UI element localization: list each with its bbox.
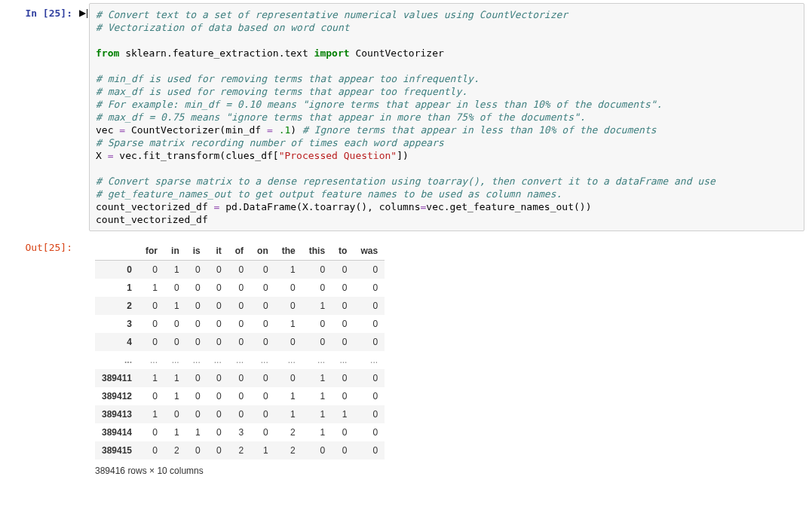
table-cell: 3 xyxy=(228,423,250,441)
table-cell: 1 xyxy=(275,387,302,405)
table-cell: 0 xyxy=(250,387,275,405)
table-cell: 0 xyxy=(186,279,207,297)
table-cell: 1 xyxy=(302,369,332,387)
table-cell: ... xyxy=(275,351,302,369)
table-cell: 0 xyxy=(332,279,354,297)
table-cell: 0 xyxy=(186,315,207,333)
table-cell: 1 xyxy=(275,261,302,279)
column-header: on xyxy=(250,242,275,261)
table-header-row: forinisitofonthethistowas xyxy=(95,242,385,261)
table-cell: 0 xyxy=(302,333,332,351)
table-cell: 0 xyxy=(186,405,207,423)
row-index: 389413 xyxy=(95,405,139,423)
table-cell: 0 xyxy=(139,387,164,405)
table-cell: 1 xyxy=(164,369,186,387)
output-area: forinisitofonthethistowas 00100001000110… xyxy=(89,237,804,476)
column-header: is xyxy=(186,242,207,261)
row-index: 389414 xyxy=(95,423,139,441)
table-cell: ... xyxy=(354,351,385,369)
table-cell: 0 xyxy=(228,405,250,423)
table-cell: ... xyxy=(250,351,275,369)
table-cell: 0 xyxy=(228,387,250,405)
row-index: 3 xyxy=(95,315,139,333)
run-cell-icon[interactable]: ▶| xyxy=(78,3,89,18)
table-cell: 0 xyxy=(228,297,250,315)
table-cell: 0 xyxy=(186,261,207,279)
table-row: 00100001000 xyxy=(95,261,385,279)
table-cell: 0 xyxy=(354,423,385,441)
table-cell: 0 xyxy=(354,315,385,333)
table-cell: 1 xyxy=(164,423,186,441)
table-cell: 0 xyxy=(302,315,332,333)
column-header: for xyxy=(139,242,164,261)
table-row: 3894120100001100 xyxy=(95,387,385,405)
table-cell: 0 xyxy=(139,261,164,279)
table-cell: 1 xyxy=(139,279,164,297)
table-cell: 0 xyxy=(207,423,228,441)
table-cell: 0 xyxy=(250,279,275,297)
table-cell: 1 xyxy=(164,387,186,405)
column-header: this xyxy=(302,242,332,261)
table-row: 3894150200212000 xyxy=(95,441,385,460)
table-cell: 0 xyxy=(164,405,186,423)
code-block[interactable]: # Convert text to a set of representativ… xyxy=(96,8,798,226)
table-cell: 0 xyxy=(354,333,385,351)
column-header: was xyxy=(354,242,385,261)
table-cell: 0 xyxy=(332,387,354,405)
table-cell: 0 xyxy=(332,441,354,460)
table-cell: 0 xyxy=(275,369,302,387)
table-cell: 2 xyxy=(275,423,302,441)
table-cell: 0 xyxy=(186,387,207,405)
input-prompt: In [25]: xyxy=(8,3,78,19)
table-cell: 1 xyxy=(275,405,302,423)
table-cell: 0 xyxy=(228,315,250,333)
table-cell: 0 xyxy=(275,333,302,351)
table-cell: 0 xyxy=(228,369,250,387)
table-cell: ... xyxy=(186,351,207,369)
table-cell: ... xyxy=(332,351,354,369)
table-cell: 0 xyxy=(228,261,250,279)
table-cell: ... xyxy=(139,351,164,369)
dataframe-table: forinisitofonthethistowas 00100001000110… xyxy=(95,242,385,460)
table-cell: 0 xyxy=(186,333,207,351)
table-cell: 0 xyxy=(275,279,302,297)
table-cell: 0 xyxy=(139,333,164,351)
table-row: 3894131000001110 xyxy=(95,405,385,423)
table-cell: 0 xyxy=(139,423,164,441)
table-cell: 1 xyxy=(139,405,164,423)
code-input-area[interactable]: # Convert text to a set of representativ… xyxy=(89,3,804,231)
table-cell: 0 xyxy=(332,333,354,351)
table-cell: 1 xyxy=(332,405,354,423)
table-cell: ... xyxy=(207,351,228,369)
table-cell: 0 xyxy=(164,279,186,297)
table-cell: 0 xyxy=(186,441,207,460)
table-cell: 0 xyxy=(302,441,332,460)
table-cell: 1 xyxy=(275,315,302,333)
table-cell: 0 xyxy=(332,297,354,315)
row-index: ... xyxy=(95,351,139,369)
table-cell: 0 xyxy=(332,369,354,387)
table-cell: 0 xyxy=(164,333,186,351)
table-cell: 2 xyxy=(275,441,302,460)
table-cell: 0 xyxy=(207,261,228,279)
table-cell: 0 xyxy=(250,369,275,387)
table-body: 0010000100011000000000201000001003000000… xyxy=(95,261,385,460)
table-cell: 0 xyxy=(250,261,275,279)
table-cell: 0 xyxy=(354,297,385,315)
table-row: 3894111100000100 xyxy=(95,369,385,387)
table-cell: 0 xyxy=(207,297,228,315)
table-row: 40000000000 xyxy=(95,333,385,351)
input-cell: In [25]: ▶| # Convert text to a set of r… xyxy=(8,3,804,231)
table-cell: 0 xyxy=(302,261,332,279)
table-row: ................................. xyxy=(95,351,385,369)
column-header: in xyxy=(164,242,186,261)
output-spacer xyxy=(78,237,89,242)
table-cell: 0 xyxy=(207,369,228,387)
row-index: 389412 xyxy=(95,387,139,405)
table-cell: ... xyxy=(228,351,250,369)
table-cell: 1 xyxy=(302,297,332,315)
table-cell: 1 xyxy=(186,423,207,441)
table-cell: 0 xyxy=(332,315,354,333)
column-header: it xyxy=(207,242,228,261)
table-cell: ... xyxy=(302,351,332,369)
